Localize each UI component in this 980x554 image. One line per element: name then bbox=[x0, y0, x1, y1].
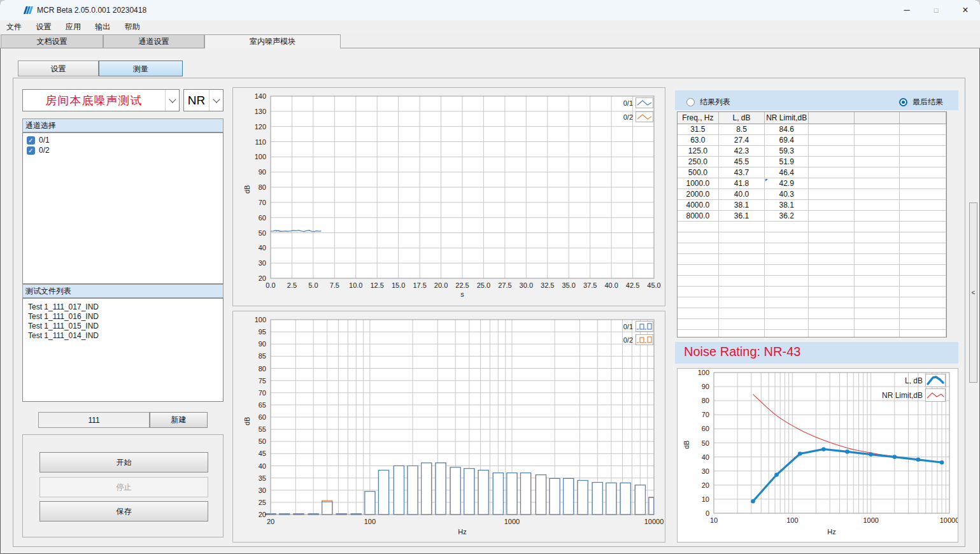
test-file-item[interactable]: Test 1_111_017_IND bbox=[23, 302, 223, 312]
menu-file[interactable]: 文件 bbox=[1, 20, 27, 34]
save-button[interactable]: 保存 bbox=[39, 501, 208, 522]
table-cell bbox=[809, 135, 855, 146]
legend-row-limit: NR Limit,dB bbox=[856, 388, 946, 402]
tab-document-settings[interactable]: 文档设置 bbox=[1, 34, 103, 48]
chevron-down-icon[interactable] bbox=[209, 90, 223, 111]
menu-application[interactable]: 应用 bbox=[60, 20, 86, 34]
result-list-radio[interactable]: 结果列表 bbox=[686, 96, 730, 108]
table-cell bbox=[900, 157, 946, 167]
table-cell bbox=[809, 287, 855, 297]
svg-text:80: 80 bbox=[702, 397, 709, 404]
checkbox-checked-icon[interactable]: ✓ bbox=[27, 136, 35, 145]
tab-indoor-noise-module[interactable]: 室内噪声模块 bbox=[204, 34, 341, 48]
table-cell bbox=[719, 243, 765, 254]
menubar: 文件 设置 应用 输出 帮助 bbox=[0, 20, 980, 34]
new-button[interactable]: 新建 bbox=[150, 412, 208, 428]
test-type-select[interactable]: 房间本底噪声测试 bbox=[22, 89, 180, 111]
menu-settings[interactable]: 设置 bbox=[31, 20, 56, 34]
table-cell bbox=[765, 276, 809, 287]
subtab-measure[interactable]: 测量 bbox=[99, 60, 183, 76]
table-cell bbox=[855, 211, 900, 222]
table-cell bbox=[678, 297, 719, 308]
svg-text:17.5: 17.5 bbox=[413, 281, 426, 289]
svg-text:35.0: 35.0 bbox=[562, 281, 576, 289]
table-cell bbox=[765, 319, 809, 330]
svg-text:30: 30 bbox=[259, 259, 266, 267]
legend-row-level: L, dB bbox=[856, 374, 946, 387]
table-cell bbox=[719, 330, 765, 337]
table-row: 250.045.551.9 bbox=[678, 157, 946, 167]
table-cell bbox=[855, 330, 900, 337]
radio-icon[interactable] bbox=[686, 98, 695, 106]
test-file-item[interactable]: Test 1_111_015_IND bbox=[23, 322, 223, 331]
nr-chart-panel: 100908070605040302010010100100010000 dB … bbox=[677, 368, 958, 543]
channel-list[interactable]: ✓0/1✓0/2 bbox=[22, 132, 224, 284]
svg-text:100: 100 bbox=[698, 369, 709, 376]
last-result-radio[interactable]: 最后结果 bbox=[899, 96, 943, 108]
spectrum-chart: 1009590858075706560555045403530252020100… bbox=[233, 311, 665, 543]
close-button[interactable]: × bbox=[951, 0, 980, 20]
table-cell bbox=[809, 167, 855, 178]
table-cell: 2000.0 bbox=[678, 189, 719, 200]
radio-selected-icon[interactable] bbox=[899, 98, 907, 106]
svg-text:100: 100 bbox=[364, 518, 376, 525]
svg-text:140: 140 bbox=[255, 92, 266, 100]
start-button[interactable]: 开始 bbox=[39, 452, 208, 472]
titlebar: MCR Beta 2.05.0.001 20230418 ─ □ × bbox=[0, 0, 980, 20]
table-cell bbox=[719, 287, 765, 297]
svg-text:37.5: 37.5 bbox=[583, 281, 597, 289]
svg-text:10000: 10000 bbox=[940, 516, 958, 524]
checkbox-checked-icon[interactable]: ✓ bbox=[27, 146, 35, 155]
table-cell: 250.0 bbox=[678, 157, 719, 167]
table-row bbox=[678, 308, 946, 319]
rating-standard-value: NR bbox=[184, 90, 209, 111]
chevron-down-icon[interactable] bbox=[165, 90, 179, 111]
svg-text:50: 50 bbox=[259, 229, 266, 237]
table-cell bbox=[809, 178, 855, 189]
table-cell bbox=[678, 265, 719, 276]
channel-item[interactable]: ✓0/2 bbox=[23, 145, 223, 155]
subtab-settings[interactable]: 设置 bbox=[18, 60, 99, 76]
table-cell bbox=[809, 200, 855, 211]
test-file-item[interactable]: Test 1_111_016_IND bbox=[23, 312, 223, 322]
table-cell bbox=[900, 276, 946, 287]
channel-item[interactable]: ✓0/1 bbox=[23, 135, 223, 145]
menu-help[interactable]: 帮助 bbox=[120, 20, 145, 34]
spectrum-chart-xlabel: Hz bbox=[271, 528, 654, 536]
svg-text:60: 60 bbox=[702, 425, 709, 432]
svg-text:10000: 10000 bbox=[644, 518, 664, 525]
svg-text:80: 80 bbox=[259, 365, 266, 373]
test-name-input[interactable] bbox=[38, 412, 150, 428]
svg-text:40: 40 bbox=[702, 453, 709, 461]
panel-collapse-splitter[interactable]: < bbox=[969, 202, 977, 383]
test-file-list[interactable]: Test 1_111_017_INDTest 1_111_016_INDTest… bbox=[22, 298, 224, 402]
table-cell bbox=[809, 319, 855, 330]
menu-output[interactable]: 输出 bbox=[90, 20, 115, 34]
table-cell: 27.4 bbox=[719, 135, 765, 146]
table-cell bbox=[900, 297, 946, 308]
svg-text:20.0: 20.0 bbox=[434, 281, 448, 289]
table-cell bbox=[900, 308, 946, 319]
table-cell bbox=[678, 287, 719, 297]
svg-text:0.0: 0.0 bbox=[266, 281, 275, 289]
svg-text:10: 10 bbox=[702, 495, 709, 503]
tab-channel-settings[interactable]: 通道设置 bbox=[103, 34, 204, 48]
rating-standard-select[interactable]: NR bbox=[183, 89, 224, 111]
table-cell bbox=[900, 200, 946, 211]
table-cell: 8000.0 bbox=[678, 211, 719, 222]
svg-text:30: 30 bbox=[259, 487, 266, 494]
test-file-item[interactable]: Test 1_111_014_IND bbox=[23, 331, 223, 341]
table-cell bbox=[900, 167, 946, 178]
minimize-button[interactable]: ─ bbox=[892, 0, 921, 20]
app-logo-icon bbox=[23, 5, 33, 15]
table-row: 1000.041.842.9 bbox=[678, 178, 946, 189]
table-cell bbox=[719, 254, 765, 265]
table-row: 125.042.359.3 bbox=[678, 146, 946, 157]
maximize-button[interactable]: □ bbox=[921, 0, 951, 20]
svg-text:40: 40 bbox=[259, 244, 266, 252]
table-cell bbox=[809, 189, 855, 200]
table-cell bbox=[678, 222, 719, 232]
table-cell bbox=[678, 308, 719, 319]
table-cell: 42.3 bbox=[719, 146, 765, 157]
table-cell: 38.1 bbox=[719, 200, 765, 211]
